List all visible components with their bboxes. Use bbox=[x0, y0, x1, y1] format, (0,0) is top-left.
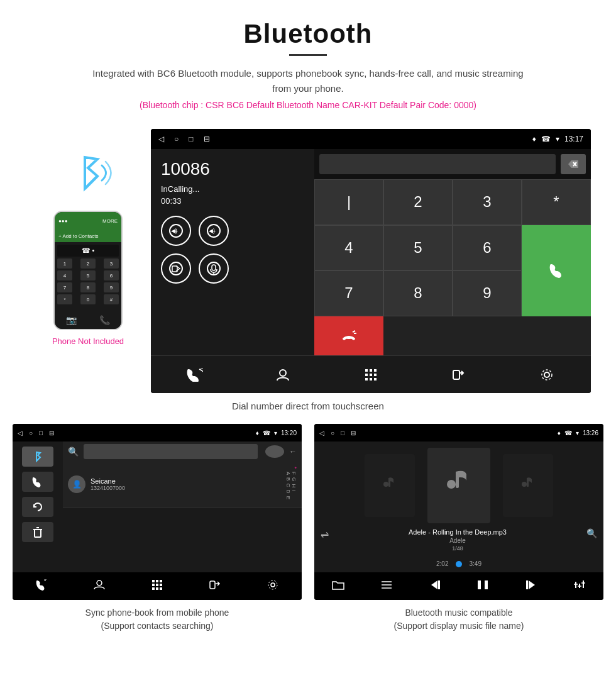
svg-rect-33 bbox=[156, 580, 158, 582]
numpad-key-7[interactable]: 7 bbox=[314, 270, 383, 316]
phonebook-sidebar bbox=[13, 441, 63, 572]
numpad-key-2[interactable]: 2 bbox=[383, 179, 453, 225]
svg-rect-16 bbox=[365, 369, 368, 372]
svg-rect-9 bbox=[212, 265, 216, 270]
call-red-button[interactable] bbox=[314, 316, 383, 356]
svg-rect-23 bbox=[370, 378, 372, 380]
car-nav-contacts[interactable] bbox=[267, 359, 299, 391]
pb-nav-square: □ bbox=[39, 430, 43, 436]
page-title: Bluetooth bbox=[13, 19, 603, 49]
phonebook-status-bar: ◁ ○ □ ⊟ ♦ ☎ ▾ 13:20 bbox=[13, 424, 302, 441]
m-equalizer-icon[interactable] bbox=[573, 579, 586, 593]
car-nav-settings[interactable] bbox=[531, 359, 563, 391]
svg-point-46 bbox=[447, 480, 456, 489]
pb-bottom-settings[interactable] bbox=[267, 579, 278, 593]
pb-bottom-call[interactable] bbox=[36, 579, 47, 593]
pb-nav-back: ◁ bbox=[18, 430, 23, 436]
m-folder-icon[interactable] bbox=[332, 579, 344, 593]
music-caption-line1: Bluetooth music compatible bbox=[405, 608, 512, 618]
car-status-right: ♦ ☎ ▾ 13:17 bbox=[532, 135, 583, 143]
car-left-panel: 10086 InCalling... 00:33 + ◀) − bbox=[151, 149, 314, 355]
svg-rect-18 bbox=[374, 369, 377, 372]
svg-point-44 bbox=[383, 482, 388, 487]
pb-bottom-transfer[interactable] bbox=[209, 579, 221, 593]
nav-square-icon: □ bbox=[189, 135, 193, 143]
svg-rect-21 bbox=[374, 374, 377, 376]
svg-rect-39 bbox=[156, 587, 158, 590]
pb-bottom-grid[interactable] bbox=[151, 579, 163, 593]
shuffle-icon[interactable]: ⇌ bbox=[321, 528, 329, 552]
pb-nav-save: ⊟ bbox=[49, 430, 54, 436]
car-nav-transfer[interactable] bbox=[443, 359, 475, 391]
bluetooth-signal-icon bbox=[63, 148, 113, 198]
music-caption: Bluetooth music compatible (Support disp… bbox=[314, 606, 603, 633]
m-nav-save: ⊟ bbox=[351, 430, 356, 436]
numpad-key-4[interactable]: 4 bbox=[314, 225, 383, 271]
contact-number: 13241007000 bbox=[91, 485, 280, 491]
svg-point-31 bbox=[97, 580, 102, 586]
svg-rect-40 bbox=[160, 587, 162, 590]
svg-marker-53 bbox=[431, 580, 437, 589]
pb-phone-icon: ☎ bbox=[263, 430, 270, 436]
location-icon: ♦ bbox=[532, 135, 536, 143]
svg-point-27 bbox=[542, 370, 552, 380]
car-nav-dialpad[interactable] bbox=[355, 359, 387, 391]
numpad-key-9[interactable]: 9 bbox=[453, 270, 522, 316]
car-call-status: InCalling... bbox=[161, 184, 304, 194]
music-info: ⇌ Adele - Rolling In the Deep.mp3 Adele … bbox=[321, 528, 597, 567]
pb-bt-icon[interactable] bbox=[22, 447, 53, 467]
pb-call-icon[interactable] bbox=[22, 472, 53, 492]
m-nav-back: ◁ bbox=[319, 430, 324, 436]
bottom-screens: ◁ ○ □ ⊟ ♦ ☎ ▾ 13:20 bbox=[0, 424, 616, 633]
phone-mockup: ●●● MORE + Add to Contacts ☎ • 123 456 7… bbox=[53, 211, 123, 330]
numpad-key-star[interactable]: * bbox=[522, 179, 591, 225]
svg-rect-55 bbox=[478, 580, 481, 589]
backspace-button[interactable] bbox=[561, 154, 586, 174]
svg-text:◀): ◀) bbox=[171, 228, 177, 234]
pb-alphabet-side: * A B C D E F G H I bbox=[285, 465, 297, 503]
pb-refresh-icon[interactable] bbox=[22, 497, 53, 517]
svg-line-13 bbox=[353, 331, 355, 332]
m-prev-icon[interactable] bbox=[429, 579, 441, 593]
phonebook-contact-row[interactable]: 👤 Seicane 13241007000 * A B C D E F G H … bbox=[63, 462, 302, 508]
car-input-field[interactable] bbox=[319, 154, 556, 174]
music-search-icon[interactable]: 🔍 bbox=[586, 528, 597, 552]
transfer-call-button[interactable] bbox=[161, 253, 191, 284]
car-content: 10086 InCalling... 00:33 + ◀) − bbox=[151, 149, 591, 355]
m-play-pause-icon[interactable] bbox=[476, 579, 489, 593]
svg-point-43 bbox=[268, 580, 277, 589]
pb-trash-icon[interactable] bbox=[22, 522, 53, 542]
car-number-display: 10086 bbox=[161, 159, 304, 179]
phone-bottom-bar: 📷 📞 bbox=[55, 311, 121, 329]
phonebook-caption-line1: Sync phone-book from mobile phone bbox=[85, 608, 229, 618]
call-green-button[interactable] bbox=[522, 225, 591, 316]
numpad-key-1[interactable]: | bbox=[314, 179, 383, 225]
m-list-icon[interactable] bbox=[380, 579, 393, 593]
m-next-icon[interactable] bbox=[525, 579, 537, 593]
nav-home-icon: ○ bbox=[174, 135, 179, 143]
mute-button[interactable] bbox=[199, 253, 229, 284]
phonebook-search-row: 🔍 ← bbox=[63, 441, 302, 462]
music-album-area bbox=[321, 448, 597, 523]
volume-up-button[interactable]: + ◀) bbox=[161, 216, 191, 246]
car-input-row bbox=[314, 149, 591, 179]
numpad-key-3[interactable]: 3 bbox=[453, 179, 522, 225]
pb-bottom-contact[interactable] bbox=[94, 579, 105, 593]
pb-search-field[interactable] bbox=[84, 444, 258, 459]
volume-down-button[interactable]: − ◀) bbox=[199, 216, 229, 246]
contact-avatar: 👤 bbox=[68, 475, 85, 493]
m-nav-home: ○ bbox=[331, 430, 334, 436]
music-wrapper: ◁ ○ □ ⊟ ♦ ☎ ▾ 13:26 bbox=[314, 424, 603, 633]
wifi-icon: ▾ bbox=[556, 135, 559, 143]
music-bottom-bar bbox=[314, 572, 603, 600]
car-nav-call[interactable] bbox=[179, 359, 211, 391]
phone-not-included-label: Phone Not Included bbox=[52, 336, 124, 346]
music-icons-row: ⇌ Adele - Rolling In the Deep.mp3 Adele … bbox=[321, 528, 597, 552]
car-numpad-panel: | 2 3 * 4 5 6 7 8 9 bbox=[314, 149, 591, 355]
numpad-key-8[interactable]: 8 bbox=[383, 270, 453, 316]
phone-signal-icon: ☎ bbox=[541, 135, 551, 143]
pb-scroll-dot bbox=[265, 445, 284, 458]
numpad-key-5[interactable]: 5 bbox=[383, 225, 453, 271]
music-title: Adele - Rolling In the Deep.mp3 bbox=[409, 528, 507, 536]
numpad-key-6[interactable]: 6 bbox=[453, 225, 522, 271]
